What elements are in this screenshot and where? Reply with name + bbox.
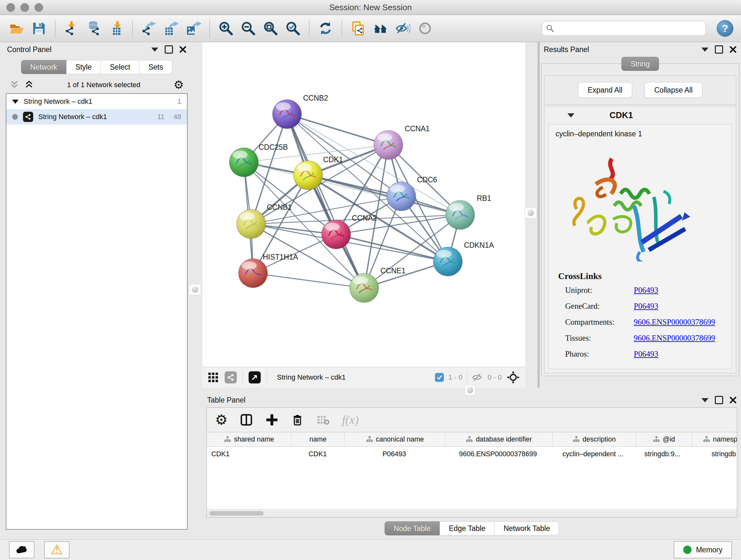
- panel-menu-icon[interactable]: [151, 48, 158, 52]
- minimize-window-button[interactable]: [20, 3, 29, 12]
- column-header-database-identifier[interactable]: database identifier: [445, 432, 552, 446]
- clone-network-icon[interactable]: [349, 19, 367, 38]
- hide-selected-icon[interactable]: [394, 19, 412, 38]
- crosslink-link[interactable]: 9606.ENSP00000378699: [634, 318, 732, 327]
- expand-all-icon[interactable]: [24, 80, 34, 90]
- column-header-description[interactable]: description: [552, 432, 636, 446]
- crosshair-icon[interactable]: [506, 370, 520, 384]
- panel-menu-icon[interactable]: [701, 398, 709, 402]
- expand-all-button[interactable]: Expand All: [578, 82, 632, 98]
- gear-icon[interactable]: ⚙: [174, 79, 184, 91]
- birdseye-view-icon[interactable]: [249, 371, 261, 383]
- network-node-ccnb1[interactable]: [237, 209, 266, 239]
- panel-close-icon[interactable]: [730, 46, 737, 53]
- network-view-mode-icon[interactable]: [225, 371, 237, 383]
- help-button[interactable]: ?: [717, 20, 733, 37]
- show-columns-icon[interactable]: [240, 413, 253, 427]
- delete-column-icon[interactable]: [291, 413, 304, 427]
- close-window-button[interactable]: [6, 3, 15, 12]
- first-neighbors-icon[interactable]: [372, 19, 389, 38]
- column-header-namespace[interactable]: namespace: [692, 432, 737, 446]
- network-node-cdc6[interactable]: [387, 182, 416, 211]
- cloud-button[interactable]: [9, 541, 35, 558]
- zoom-out-icon[interactable]: [239, 19, 257, 38]
- panel-menu-icon[interactable]: [701, 48, 709, 52]
- splitter-handle[interactable]: [525, 207, 537, 219]
- tab-node-table[interactable]: Node Table: [385, 521, 440, 536]
- splitter-handle[interactable]: [465, 385, 475, 395]
- network-node-hist1h1a[interactable]: [239, 259, 267, 288]
- network-node-ccna2[interactable]: [322, 220, 351, 249]
- open-session-icon[interactable]: [8, 19, 25, 38]
- import-network-file-icon[interactable]: [63, 19, 80, 38]
- add-column-icon[interactable]: [265, 413, 279, 427]
- network-row[interactable]: String Network – cdk1 11 48: [6, 109, 187, 125]
- warnings-button[interactable]: ⚠: [44, 541, 70, 558]
- panel-float-icon[interactable]: [715, 396, 723, 404]
- tab-network[interactable]: Network: [21, 60, 66, 74]
- collapse-all-button[interactable]: Collapse All: [644, 82, 702, 98]
- network-node-ccnb2[interactable]: [273, 100, 301, 129]
- network-node-ccne1[interactable]: [350, 273, 379, 303]
- crosslink-link[interactable]: P06493: [634, 302, 732, 311]
- network-tree: String Network – cdk1 1 String Network –…: [6, 93, 188, 530]
- panel-float-icon[interactable]: [165, 45, 173, 54]
- memory-button[interactable]: Memory: [674, 541, 732, 558]
- entry-expand-icon[interactable]: [567, 113, 575, 118]
- save-session-icon[interactable]: [30, 19, 48, 38]
- selected-checkbox-icon[interactable]: [435, 373, 444, 382]
- import-table-file-icon[interactable]: [107, 19, 125, 38]
- crosslink-link[interactable]: P06493: [634, 350, 732, 359]
- network-node-ccna1[interactable]: [374, 131, 403, 160]
- protein-entry-header[interactable]: CDK1: [544, 106, 736, 124]
- panel-close-icon[interactable]: [730, 396, 737, 403]
- zoom-selected-icon[interactable]: [284, 19, 302, 38]
- crosslink-link[interactable]: 9606.ENSP00000378699: [634, 334, 732, 343]
- collapse-all-icon[interactable]: [10, 80, 19, 90]
- tab-sets[interactable]: Sets: [139, 60, 172, 74]
- import-network-database-icon[interactable]: [85, 19, 103, 38]
- column-header-canonical-name[interactable]: canonical name: [344, 432, 445, 446]
- crosslinks-section: CrossLinks Uniprot:P06493GeneCard:P06493…: [549, 271, 732, 359]
- column-header-shared-name[interactable]: shared name: [207, 432, 291, 446]
- network-edge-ccnb2-ccne1[interactable]: [287, 114, 364, 288]
- table-row[interactable]: CDK1CDK1P064939606.ENSP00000378699cyclin…: [207, 447, 737, 461]
- column-header-@id[interactable]: @id: [636, 432, 692, 446]
- network-view-panel: CCNB2CCNA1CDC25BCDK1CDC6RB1CCNB1CCNA2CDK…: [202, 42, 525, 388]
- column-header-name[interactable]: name: [291, 432, 344, 446]
- zoom-in-icon[interactable]: [217, 19, 235, 38]
- scrollbar-thumb[interactable]: [209, 511, 264, 516]
- network-collection-row[interactable]: String Network – cdk1 1: [6, 94, 187, 109]
- network-edge-ccnb2-ccna1[interactable]: [287, 114, 388, 145]
- splitter-handle[interactable]: [189, 284, 201, 295]
- maximize-window-button[interactable]: [35, 3, 43, 12]
- search-input[interactable]: [557, 24, 702, 33]
- panel-float-icon[interactable]: [715, 45, 723, 54]
- export-network-icon[interactable]: [140, 19, 158, 38]
- zoom-fit-icon[interactable]: [262, 19, 280, 38]
- tab-string[interactable]: String: [621, 57, 659, 71]
- network-node-cdc25b[interactable]: [229, 148, 259, 177]
- export-table-icon[interactable]: [162, 19, 180, 38]
- network-node-cdk1[interactable]: [293, 161, 323, 190]
- crosslink-link[interactable]: P06493: [634, 286, 732, 295]
- collection-expand-icon[interactable]: [12, 100, 18, 104]
- grid-view-icon[interactable]: [207, 372, 219, 383]
- show-all-icon[interactable]: [416, 19, 434, 38]
- network-node-cdkn1a[interactable]: [433, 247, 462, 276]
- table-gear-icon[interactable]: ⚙: [215, 413, 227, 427]
- tab-style[interactable]: Style: [66, 60, 101, 74]
- table-header-row: shared namenamecanonical namedatabase id…: [207, 432, 737, 447]
- control-splitter[interactable]: [189, 42, 202, 539]
- tab-edge-table[interactable]: Edge Table: [440, 521, 495, 536]
- network-canvas[interactable]: CCNB2CCNA1CDC25BCDK1CDC6RB1CCNB1CCNA2CDK…: [202, 42, 525, 367]
- panel-close-icon[interactable]: [179, 46, 186, 53]
- tab-network-table[interactable]: Network Table: [495, 521, 559, 536]
- table-splitter[interactable]: [202, 388, 741, 393]
- tab-select[interactable]: Select: [101, 60, 139, 74]
- export-image-icon[interactable]: [185, 19, 202, 38]
- network-edge-hist1h1a-ccne1[interactable]: [253, 273, 364, 288]
- refresh-layout-icon[interactable]: [317, 19, 334, 38]
- results-splitter[interactable]: [525, 42, 539, 388]
- network-node-rb1[interactable]: [446, 200, 475, 230]
